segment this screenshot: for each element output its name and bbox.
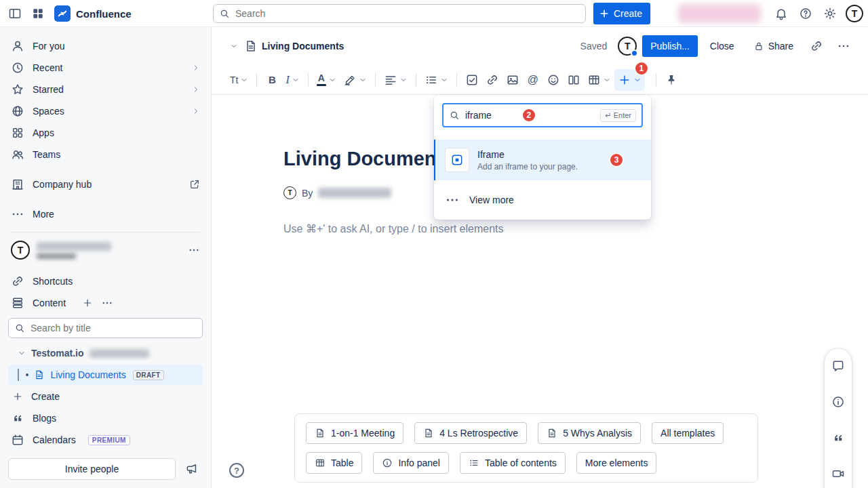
avatar: T — [846, 5, 863, 22]
divider — [456, 73, 457, 87]
task-button[interactable] — [462, 69, 482, 91]
template-button[interactable]: 4 Ls Retrospective — [414, 422, 527, 444]
bold-label: B — [269, 74, 276, 85]
layout-button[interactable] — [564, 69, 584, 91]
chevron-down-icon[interactable] — [18, 349, 26, 357]
sidebar-item-teams[interactable]: Teams — [0, 144, 211, 165]
page-header: Living Documents Saved T Publish... Clos… — [212, 27, 868, 65]
doc-icon — [315, 428, 326, 439]
italic-button[interactable]: I — [282, 69, 302, 91]
editor-placeholder[interactable]: Use ⌘+' to ask AI, or type / to insert e… — [283, 222, 868, 235]
insert-toc-button[interactable]: Table of contents — [460, 452, 566, 474]
sidebar-label: More — [33, 209, 54, 220]
clock-icon — [11, 61, 24, 75]
highlight-button[interactable] — [340, 69, 370, 91]
chevron-down-icon — [328, 76, 336, 84]
pin-toolbar-button[interactable] — [661, 69, 682, 91]
divider — [256, 73, 257, 87]
confluence-logo[interactable]: Confluence — [54, 5, 132, 22]
text-style-button[interactable]: Tt — [226, 69, 252, 91]
sidebar-label: Company hub — [33, 179, 92, 190]
editor-help-button[interactable]: ? — [229, 463, 244, 478]
checkbox-icon — [465, 73, 479, 87]
all-templates-button[interactable]: All templates — [652, 422, 724, 444]
comments-button[interactable] — [827, 355, 849, 377]
collapse-title-button[interactable] — [225, 35, 243, 57]
popup-search-field[interactable]: iframe 2 ↵ Enter — [442, 103, 643, 127]
ellipsis-icon[interactable] — [188, 244, 200, 256]
sidebar-label: Apps — [33, 127, 54, 138]
insert-table-button[interactable]: Table — [306, 452, 362, 474]
sidebar-item-recent[interactable]: Recent — [0, 57, 211, 79]
question-circle-icon — [799, 7, 812, 20]
chevron-right-icon[interactable] — [192, 64, 200, 72]
link-icon — [810, 39, 823, 53]
grid-icon — [31, 7, 45, 20]
bold-button[interactable]: B — [262, 69, 282, 91]
sidebar-item-starred[interactable]: Starred — [0, 79, 211, 100]
sidebar-item-company-hub[interactable]: Company hub — [0, 174, 211, 195]
more-actions-button[interactable] — [833, 35, 854, 57]
sidebar-item-apps[interactable]: Apps — [0, 122, 211, 144]
quotes-button[interactable] — [827, 427, 849, 449]
chevron-right-icon[interactable] — [192, 85, 200, 94]
search-icon — [449, 110, 460, 121]
insert-info-panel-button[interactable]: Info panel — [373, 452, 449, 474]
chevron-right-icon[interactable] — [192, 107, 200, 115]
settings-button[interactable] — [819, 3, 841, 24]
panel-left-icon — [8, 7, 22, 20]
app-switcher-button[interactable] — [27, 3, 49, 24]
insert-element-popup: iframe 2 ↵ Enter Iframe Add an iframe to… — [434, 95, 651, 220]
space-profile-row[interactable]: T — [0, 237, 211, 264]
tree-item-space[interactable]: Testomat.io — [0, 342, 211, 364]
sidebar-item-blogs[interactable]: Blogs — [0, 407, 211, 429]
sidebar-item-shortcuts[interactable]: Shortcuts — [0, 270, 211, 292]
alignment-button[interactable] — [380, 69, 411, 91]
add-content-icon[interactable] — [82, 298, 93, 308]
sidebar-item-more[interactable]: More — [0, 203, 211, 225]
video-button[interactable] — [827, 463, 849, 485]
mention-button[interactable]: @ — [523, 69, 543, 91]
sidebar-label: Calendars — [33, 434, 76, 445]
main-area: Living Documents Saved T Publish... Clos… — [212, 27, 868, 488]
table-button[interactable] — [584, 69, 614, 91]
space-avatar: T — [11, 241, 30, 260]
template-button[interactable]: 1-on-1 Meeting — [306, 422, 403, 444]
insert-element-button[interactable]: 1 — [614, 69, 645, 91]
insert-link-button[interactable] — [482, 69, 502, 91]
content-section-header[interactable]: Content — [0, 292, 211, 314]
emoji-button[interactable] — [543, 69, 564, 91]
bullet-list-icon — [425, 73, 438, 87]
help-button[interactable] — [795, 3, 816, 24]
profile-avatar-button[interactable]: T — [844, 3, 865, 24]
text-color-button[interactable]: A — [313, 69, 340, 91]
copy-link-button[interactable] — [806, 35, 827, 57]
invite-people-button[interactable]: Invite people — [8, 458, 176, 480]
close-button[interactable]: Close — [703, 35, 741, 57]
popup-result-iframe[interactable]: Iframe Add an iframe to your page. 3 — [434, 140, 651, 180]
announce-button[interactable] — [181, 458, 203, 480]
insert-image-button[interactable] — [502, 69, 523, 91]
sidebar-item-for-you[interactable]: For you — [0, 35, 211, 57]
details-button[interactable] — [827, 391, 849, 413]
sidebar-item-calendars[interactable]: Calendars PREMIUM — [0, 429, 211, 451]
template-button[interactable]: 5 Whys Analysis — [538, 422, 641, 444]
tree-item-page-living-documents[interactable]: • Living Documents DRAFT — [8, 365, 203, 385]
more-elements-button[interactable]: More elements — [576, 452, 657, 474]
building-icon — [11, 178, 24, 191]
page-name: Living Documents — [50, 369, 125, 380]
sidebar-toggle-button[interactable] — [4, 3, 26, 24]
sidebar-create-page[interactable]: Create — [0, 386, 211, 407]
enter-key-hint: ↵ Enter — [600, 109, 636, 122]
popup-view-more[interactable]: View more — [434, 180, 651, 220]
collaborator-avatar[interactable]: T — [618, 37, 637, 56]
sidebar-item-spaces[interactable]: Spaces — [0, 100, 211, 122]
create-button[interactable]: Create — [593, 3, 650, 24]
global-search-input[interactable] — [213, 4, 586, 23]
content-search-input[interactable] — [8, 318, 203, 338]
publish-button[interactable]: Publish... — [642, 35, 698, 57]
ellipsis-icon[interactable] — [101, 297, 113, 309]
list-button[interactable] — [421, 69, 452, 91]
notifications-button[interactable] — [770, 3, 792, 24]
share-button[interactable]: Share — [747, 35, 800, 57]
